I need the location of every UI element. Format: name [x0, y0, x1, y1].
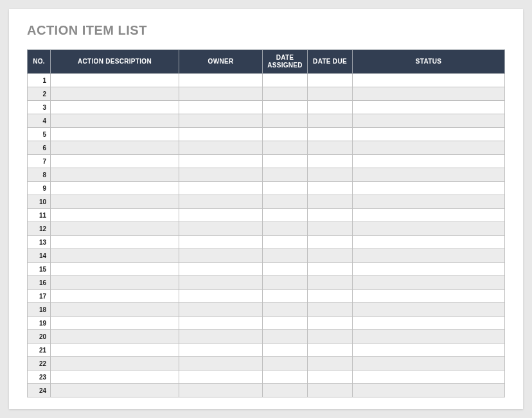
cell-status[interactable] [353, 195, 505, 209]
cell-date-due[interactable] [308, 370, 353, 384]
cell-date-assigned[interactable] [263, 290, 308, 303]
cell-date-assigned[interactable] [263, 128, 308, 141]
cell-owner[interactable] [179, 370, 263, 384]
cell-date-due[interactable] [308, 195, 353, 209]
cell-date-assigned[interactable] [263, 195, 308, 209]
cell-description[interactable] [51, 249, 179, 263]
cell-owner[interactable] [179, 101, 263, 114]
cell-status[interactable] [353, 344, 505, 357]
cell-date-due[interactable] [308, 290, 353, 303]
cell-description[interactable] [51, 182, 179, 195]
cell-description[interactable] [51, 276, 179, 290]
cell-date-assigned[interactable] [263, 330, 308, 344]
cell-date-due[interactable] [308, 344, 353, 357]
cell-date-assigned[interactable] [263, 249, 308, 263]
cell-date-due[interactable] [308, 236, 353, 249]
cell-date-due[interactable] [308, 249, 353, 263]
cell-date-due[interactable] [308, 330, 353, 344]
cell-date-due[interactable] [308, 303, 353, 317]
cell-status[interactable] [353, 222, 505, 236]
cell-date-due[interactable] [308, 155, 353, 168]
cell-date-due[interactable] [308, 128, 353, 141]
cell-date-due[interactable] [308, 317, 353, 330]
cell-description[interactable] [51, 141, 179, 155]
cell-status[interactable] [353, 303, 505, 317]
cell-owner[interactable] [179, 222, 263, 236]
cell-date-assigned[interactable] [263, 222, 308, 236]
cell-date-assigned[interactable] [263, 155, 308, 168]
cell-date-assigned[interactable] [263, 209, 308, 222]
cell-date-due[interactable] [308, 87, 353, 101]
cell-status[interactable] [353, 141, 505, 155]
cell-date-due[interactable] [308, 101, 353, 114]
cell-date-assigned[interactable] [263, 168, 308, 182]
cell-date-assigned[interactable] [263, 74, 308, 87]
cell-date-assigned[interactable] [263, 263, 308, 276]
cell-date-due[interactable] [308, 209, 353, 222]
cell-date-assigned[interactable] [263, 236, 308, 249]
cell-owner[interactable] [179, 384, 263, 397]
cell-status[interactable] [353, 182, 505, 195]
cell-status[interactable] [353, 384, 505, 397]
cell-status[interactable] [353, 128, 505, 141]
cell-date-due[interactable] [308, 114, 353, 128]
cell-description[interactable] [51, 370, 179, 384]
cell-date-assigned[interactable] [263, 141, 308, 155]
cell-date-assigned[interactable] [263, 384, 308, 397]
cell-date-assigned[interactable] [263, 317, 308, 330]
cell-owner[interactable] [179, 344, 263, 357]
cell-description[interactable] [51, 263, 179, 276]
cell-description[interactable] [51, 222, 179, 236]
cell-status[interactable] [353, 236, 505, 249]
cell-date-assigned[interactable] [263, 87, 308, 101]
cell-status[interactable] [353, 357, 505, 370]
cell-date-assigned[interactable] [263, 182, 308, 195]
cell-status[interactable] [353, 101, 505, 114]
cell-date-due[interactable] [308, 74, 353, 87]
cell-status[interactable] [353, 249, 505, 263]
cell-description[interactable] [51, 303, 179, 317]
cell-status[interactable] [353, 155, 505, 168]
cell-date-assigned[interactable] [263, 276, 308, 290]
cell-owner[interactable] [179, 276, 263, 290]
cell-status[interactable] [353, 87, 505, 101]
cell-description[interactable] [51, 114, 179, 128]
cell-owner[interactable] [179, 195, 263, 209]
cell-date-assigned[interactable] [263, 101, 308, 114]
cell-owner[interactable] [179, 317, 263, 330]
cell-date-assigned[interactable] [263, 357, 308, 370]
cell-date-due[interactable] [308, 168, 353, 182]
cell-status[interactable] [353, 263, 505, 276]
cell-status[interactable] [353, 74, 505, 87]
cell-status[interactable] [353, 330, 505, 344]
cell-owner[interactable] [179, 141, 263, 155]
cell-description[interactable] [51, 209, 179, 222]
cell-date-assigned[interactable] [263, 303, 308, 317]
cell-owner[interactable] [179, 303, 263, 317]
cell-status[interactable] [353, 276, 505, 290]
cell-description[interactable] [51, 384, 179, 397]
cell-status[interactable] [353, 290, 505, 303]
cell-date-due[interactable] [308, 357, 353, 370]
cell-owner[interactable] [179, 168, 263, 182]
cell-status[interactable] [353, 209, 505, 222]
cell-date-due[interactable] [308, 141, 353, 155]
cell-owner[interactable] [179, 330, 263, 344]
cell-owner[interactable] [179, 155, 263, 168]
cell-owner[interactable] [179, 114, 263, 128]
cell-description[interactable] [51, 128, 179, 141]
cell-owner[interactable] [179, 182, 263, 195]
cell-date-due[interactable] [308, 276, 353, 290]
cell-description[interactable] [51, 317, 179, 330]
cell-date-due[interactable] [308, 182, 353, 195]
cell-date-due[interactable] [308, 263, 353, 276]
cell-description[interactable] [51, 344, 179, 357]
cell-description[interactable] [51, 87, 179, 101]
cell-owner[interactable] [179, 236, 263, 249]
cell-owner[interactable] [179, 357, 263, 370]
cell-description[interactable] [51, 168, 179, 182]
cell-date-assigned[interactable] [263, 114, 308, 128]
cell-description[interactable] [51, 101, 179, 114]
cell-description[interactable] [51, 357, 179, 370]
cell-status[interactable] [353, 168, 505, 182]
